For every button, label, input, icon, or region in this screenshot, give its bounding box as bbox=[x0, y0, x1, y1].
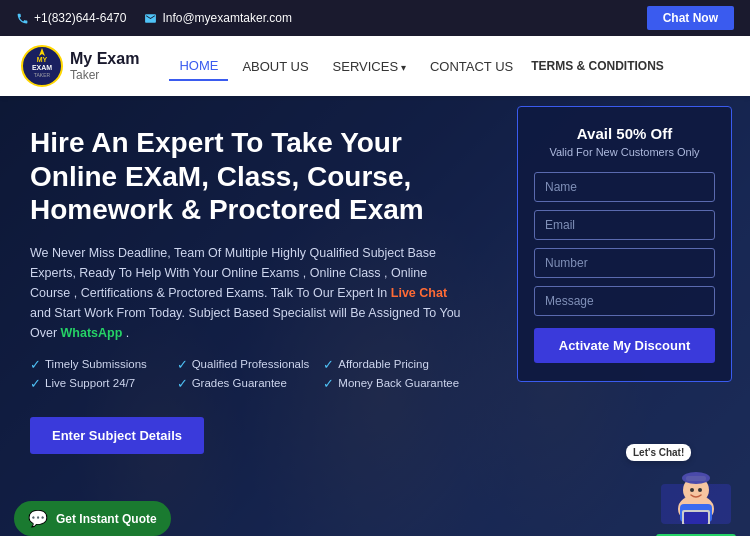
whatsapp-float-label: Get Instant Quote bbox=[56, 512, 157, 526]
check-item-1: ✓Qualified Professionals bbox=[177, 357, 324, 372]
svg-rect-14 bbox=[684, 512, 708, 524]
check-icon-0: ✓ bbox=[30, 357, 41, 372]
email-input[interactable] bbox=[534, 210, 715, 240]
logo-text: My Exam Taker bbox=[70, 50, 139, 82]
name-input[interactable] bbox=[534, 172, 715, 202]
svg-rect-10 bbox=[686, 476, 706, 481]
check-item-4: ✓Grades Guarantee bbox=[177, 376, 324, 391]
check-item-5: ✓Money Back Guarantee bbox=[323, 376, 470, 391]
nav-services[interactable]: SERVICES bbox=[323, 53, 416, 80]
hero-checklist: ✓Timely Submissions ✓Qualified Professio… bbox=[30, 357, 470, 391]
message-input[interactable] bbox=[534, 286, 715, 316]
chat-now-button[interactable]: Chat Now bbox=[647, 6, 734, 30]
nav-contact[interactable]: CONTACT US bbox=[420, 53, 523, 80]
form-title: Avail 50% Off bbox=[534, 125, 715, 142]
phone-contact[interactable]: +1(832)644-6470 bbox=[16, 11, 126, 25]
check-item-3: ✓Live Support 24/7 bbox=[30, 376, 177, 391]
hero-content: Hire An Expert To Take Your Online EXaM,… bbox=[0, 96, 490, 474]
chat-character-svg bbox=[656, 454, 736, 524]
hero-title: Hire An Expert To Take Your Online EXaM,… bbox=[30, 126, 470, 227]
nav-terms[interactable]: TERMS & CONDITIONS bbox=[531, 59, 664, 73]
navbar: MY EXAM TAKER My Exam Taker HOME ABOUT U… bbox=[0, 36, 750, 96]
svg-text:TAKER: TAKER bbox=[34, 72, 51, 78]
nav-about[interactable]: ABOUT US bbox=[232, 53, 318, 80]
hero-description: We Never Miss Deadline, Team Of Multiple… bbox=[30, 243, 470, 343]
check-icon-5: ✓ bbox=[323, 376, 334, 391]
check-icon-3: ✓ bbox=[30, 376, 41, 391]
phone-icon bbox=[16, 12, 29, 25]
check-icon-4: ✓ bbox=[177, 376, 188, 391]
check-icon-1: ✓ bbox=[177, 357, 188, 372]
chat-character: Let's Chat! bbox=[656, 454, 736, 534]
whatsapp-link[interactable]: WhatsApp bbox=[61, 326, 123, 340]
check-item-2: ✓Affordable Pricing bbox=[323, 357, 470, 372]
svg-point-12 bbox=[698, 488, 702, 492]
svg-point-11 bbox=[690, 488, 694, 492]
svg-text:EXAM: EXAM bbox=[32, 64, 52, 71]
email-icon bbox=[144, 12, 157, 25]
whatsapp-float-button[interactable]: 💬 Get Instant Quote bbox=[14, 501, 171, 536]
form-subtitle: Valid For New Customers Only bbox=[534, 146, 715, 158]
svg-text:MY: MY bbox=[37, 56, 48, 63]
nav-links: HOME ABOUT US SERVICES CONTACT US TERMS … bbox=[169, 52, 730, 81]
live-chat-link[interactable]: Live Chat bbox=[391, 286, 447, 300]
logo[interactable]: MY EXAM TAKER My Exam Taker bbox=[20, 44, 139, 88]
number-input[interactable] bbox=[534, 248, 715, 278]
discount-form-panel: Avail 50% Off Valid For New Customers On… bbox=[517, 106, 732, 382]
chat-widget[interactable]: Let's Chat! bbox=[656, 454, 736, 536]
email-contact[interactable]: Info@myexamtaker.com bbox=[144, 11, 292, 25]
activate-discount-button[interactable]: Activate My Discount bbox=[534, 328, 715, 363]
hero-section: Hire An Expert To Take Your Online EXaM,… bbox=[0, 96, 750, 536]
lets-chat-bubble: Let's Chat! bbox=[626, 444, 691, 461]
check-icon-2: ✓ bbox=[323, 357, 334, 372]
top-bar: +1(832)644-6470 Info@myexamtaker.com Cha… bbox=[0, 0, 750, 36]
whatsapp-float-icon: 💬 bbox=[28, 509, 48, 528]
top-bar-contacts: +1(832)644-6470 Info@myexamtaker.com bbox=[16, 11, 292, 25]
check-item-0: ✓Timely Submissions bbox=[30, 357, 177, 372]
logo-icon: MY EXAM TAKER bbox=[20, 44, 64, 88]
enter-subject-button[interactable]: Enter Subject Details bbox=[30, 417, 204, 454]
nav-home[interactable]: HOME bbox=[169, 52, 228, 81]
